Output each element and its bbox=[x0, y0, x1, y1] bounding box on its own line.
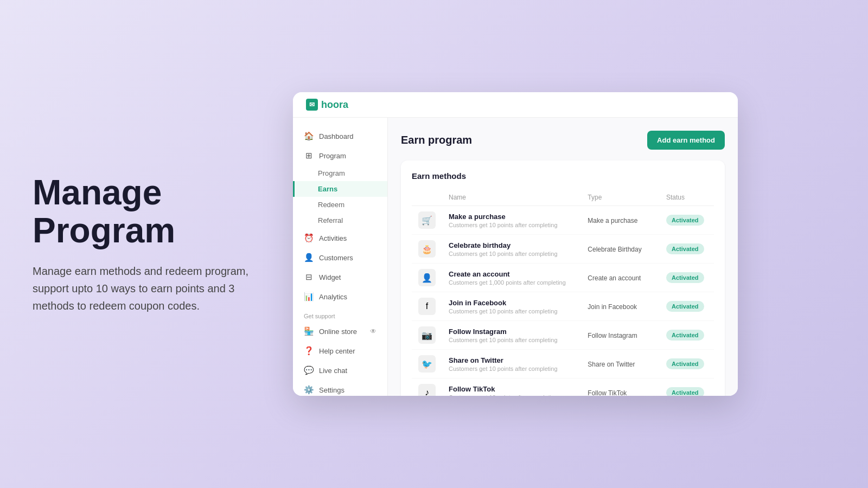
row-name-cell: Join in Facebook Customers get 10 points… bbox=[442, 292, 581, 321]
row-name-cell: Create an account Customers get 1,000 po… bbox=[442, 264, 581, 292]
main-description: Manage earn methods and redeem program, … bbox=[33, 262, 260, 314]
method-desc-share-twitter: Customers get 10 points after completing bbox=[449, 365, 575, 372]
row-icon-cell: 👤 bbox=[412, 264, 442, 292]
sidebar-item-program[interactable]: ⊞ Program bbox=[293, 146, 387, 165]
page-header: Earn program Add earn method bbox=[401, 131, 725, 150]
sidebar-sub-program[interactable]: Program bbox=[293, 165, 387, 181]
sidebar-label-analytics: Analytics bbox=[319, 293, 347, 301]
col-status: Status bbox=[660, 189, 714, 206]
sidebar-label-online-store: Online store bbox=[319, 328, 357, 336]
sidebar: 🏠 Dashboard ⊞ Program Program Earns Rede… bbox=[293, 118, 388, 396]
widget-icon: ⊟ bbox=[304, 272, 314, 282]
row-status-cell: Activated bbox=[660, 264, 714, 292]
row-status-cell: Activated bbox=[660, 206, 714, 235]
sidebar-label-live-chat: Live chat bbox=[319, 367, 347, 375]
row-icon-cell: 📷 bbox=[412, 321, 442, 350]
row-status-cell: Activated bbox=[660, 235, 714, 264]
sidebar-item-analytics[interactable]: 📊 Analytics bbox=[293, 287, 387, 306]
sidebar-sub-redeem[interactable]: Redeem bbox=[293, 197, 387, 213]
table-row-make-purchase[interactable]: 🛒 Make a purchase Customers get 10 point… bbox=[412, 206, 714, 235]
row-icon-cell: 🐦 bbox=[412, 350, 442, 378]
method-name-join-facebook: Join in Facebook bbox=[449, 299, 575, 307]
method-icon-make-purchase: 🛒 bbox=[418, 211, 436, 229]
method-name-make-purchase: Make a purchase bbox=[449, 213, 575, 221]
method-type-follow-tiktok: Follow TikTok bbox=[588, 389, 627, 396]
method-name-celebrate-birthday: Celebrate birthday bbox=[449, 241, 575, 249]
earn-methods-card: Earn methods Name Type Status bbox=[401, 160, 725, 396]
row-icon-cell: f bbox=[412, 292, 442, 321]
table-row-celebrate-birthday[interactable]: 🎂 Celebrate birthday Customers get 10 po… bbox=[412, 235, 714, 264]
table-row-create-account[interactable]: 👤 Create an account Customers get 1,000 … bbox=[412, 264, 714, 292]
table-row-follow-tiktok[interactable]: ♪ Follow TikTok Customers get 10 points … bbox=[412, 378, 714, 396]
row-name-cell: Make a purchase Customers get 10 points … bbox=[442, 206, 581, 235]
earn-methods-table: Name Type Status 🛒 Make a purchase Custo… bbox=[412, 189, 714, 396]
program-icon: ⊞ bbox=[304, 151, 314, 160]
method-icon-celebrate-birthday: 🎂 bbox=[418, 240, 436, 258]
settings-icon: ⚙️ bbox=[304, 385, 314, 395]
method-name-share-twitter: Share on Twitter bbox=[449, 356, 575, 364]
sidebar-sub-referral[interactable]: Referral bbox=[293, 213, 387, 228]
method-type-follow-instagram: Follow Instagram bbox=[588, 332, 637, 339]
sidebar-item-settings[interactable]: ⚙️ Settings bbox=[293, 380, 387, 396]
sidebar-label-settings: Settings bbox=[319, 386, 344, 394]
method-type-join-facebook: Join in Facebook bbox=[588, 303, 637, 311]
sidebar-item-online-store[interactable]: 🏪 Online store 👁 bbox=[293, 322, 387, 341]
method-type-celebrate-birthday: Celebrate Birthday bbox=[588, 246, 641, 253]
row-icon-cell: ♪ bbox=[412, 378, 442, 396]
table-header-row: Name Type Status bbox=[412, 189, 714, 206]
online-store-icon: 🏪 bbox=[304, 326, 314, 336]
page-title: Earn program bbox=[401, 134, 472, 146]
app-body: 🏠 Dashboard ⊞ Program Program Earns Rede… bbox=[293, 118, 738, 396]
sidebar-item-help-center[interactable]: ❓ Help center bbox=[293, 341, 387, 361]
sidebar-item-dashboard[interactable]: 🏠 Dashboard bbox=[293, 126, 387, 146]
sidebar-item-customers[interactable]: 👤 Customers bbox=[293, 248, 387, 267]
status-badge-share-twitter: Activated bbox=[666, 358, 704, 369]
row-status-cell: Activated bbox=[660, 378, 714, 396]
status-badge-follow-tiktok: Activated bbox=[666, 387, 704, 396]
col-name: Name bbox=[442, 189, 581, 206]
method-desc-join-facebook: Customers get 10 points after completing bbox=[449, 308, 575, 314]
app-header: ✉ hoora bbox=[293, 92, 738, 118]
activities-icon: ⏰ bbox=[304, 233, 314, 243]
row-status-cell: Activated bbox=[660, 321, 714, 350]
sidebar-bottom: ⚙️ Settings bbox=[293, 380, 387, 396]
method-icon-create-account: 👤 bbox=[418, 269, 436, 286]
row-icon-cell: 🎂 bbox=[412, 235, 442, 264]
status-badge-follow-instagram: Activated bbox=[666, 330, 704, 341]
table-row-join-facebook[interactable]: f Join in Facebook Customers get 10 poin… bbox=[412, 292, 714, 321]
sidebar-item-widget[interactable]: ⊟ Widget bbox=[293, 267, 387, 287]
row-status-cell: Activated bbox=[660, 292, 714, 321]
method-type-make-purchase: Make a purchase bbox=[588, 217, 637, 224]
method-icon-share-twitter: 🐦 bbox=[418, 355, 436, 373]
analytics-icon: 📊 bbox=[304, 292, 314, 301]
add-earn-method-button[interactable]: Add earn method bbox=[647, 131, 725, 150]
method-name-follow-instagram: Follow Instagram bbox=[449, 328, 575, 336]
sidebar-sub-earns[interactable]: Earns bbox=[293, 181, 387, 197]
live-chat-icon: 💬 bbox=[304, 365, 314, 375]
status-badge-celebrate-birthday: Activated bbox=[666, 243, 704, 254]
table-row-follow-instagram[interactable]: 📷 Follow Instagram Customers get 10 poin… bbox=[412, 321, 714, 350]
sidebar-item-live-chat[interactable]: 💬 Live chat bbox=[293, 361, 387, 380]
method-icon-follow-tiktok: ♪ bbox=[418, 384, 436, 396]
main-content: Earn program Add earn method Earn method… bbox=[388, 118, 738, 396]
sidebar-nav: 🏠 Dashboard ⊞ Program Program Earns Rede… bbox=[293, 126, 387, 380]
method-desc-follow-instagram: Customers get 10 points after completing bbox=[449, 337, 575, 343]
logo-icon: ✉ bbox=[306, 99, 318, 111]
method-desc-celebrate-birthday: Customers get 10 points after completing bbox=[449, 251, 575, 257]
method-desc-create-account: Customers get 1,000 points after complet… bbox=[449, 279, 575, 286]
table-row-share-twitter[interactable]: 🐦 Share on Twitter Customers get 10 poin… bbox=[412, 350, 714, 378]
status-badge-make-purchase: Activated bbox=[666, 215, 704, 226]
support-section-label: Get support bbox=[293, 306, 387, 322]
method-type-create-account: Create an account bbox=[588, 274, 641, 282]
sidebar-item-activities[interactable]: ⏰ Activities bbox=[293, 228, 387, 248]
row-type-cell: Create an account bbox=[581, 264, 660, 292]
method-icon-join-facebook: f bbox=[418, 298, 436, 315]
method-desc-follow-tiktok: Customers get 10 points after completing bbox=[449, 394, 575, 396]
row-type-cell: Share on Twitter bbox=[581, 350, 660, 378]
sidebar-label-help-center: Help center bbox=[319, 347, 355, 355]
row-icon-cell: 🛒 bbox=[412, 206, 442, 235]
dashboard-icon: 🏠 bbox=[304, 131, 314, 141]
customers-icon: 👤 bbox=[304, 253, 314, 262]
logo-text: hoora bbox=[321, 99, 348, 111]
row-type-cell: Make a purchase bbox=[581, 206, 660, 235]
